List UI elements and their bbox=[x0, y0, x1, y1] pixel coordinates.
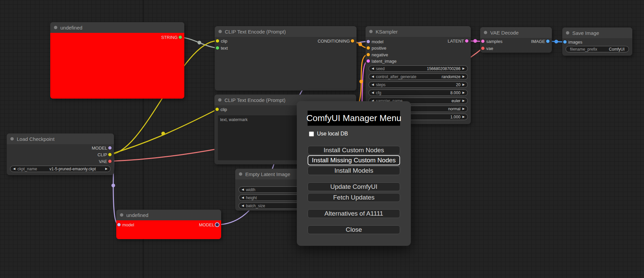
reroute-dot[interactable] bbox=[360, 80, 363, 84]
reroute-dot[interactable] bbox=[359, 43, 362, 46]
reroute-dot[interactable] bbox=[473, 39, 477, 43]
node-header[interactable]: undefined bbox=[50, 22, 184, 33]
node-title: Load Checkpoint bbox=[17, 136, 55, 142]
input-port-images[interactable] bbox=[563, 40, 567, 44]
reroute-dot[interactable] bbox=[162, 132, 165, 135]
install-models-button[interactable]: Install Models bbox=[308, 166, 400, 175]
widget-filename-prefix[interactable]: filename_prefix ComfyUI bbox=[566, 46, 629, 52]
output-port-image[interactable] bbox=[546, 40, 550, 43]
update-comfyui-button[interactable]: Update ComfyUI bbox=[308, 182, 400, 191]
output-port-latent[interactable] bbox=[465, 39, 468, 43]
input-label: text bbox=[221, 46, 228, 51]
output-port-clip[interactable] bbox=[108, 153, 112, 156]
node-header[interactable]: Load Checkpoint bbox=[7, 133, 114, 144]
install-custom-nodes-button[interactable]: Install Custom Nodes bbox=[308, 146, 400, 155]
output-port-string[interactable] bbox=[179, 36, 182, 39]
output-label: CONDITIONING bbox=[318, 39, 350, 44]
decrement-icon[interactable]: ◀ bbox=[242, 204, 244, 207]
increment-icon[interactable]: ▶ bbox=[462, 91, 465, 94]
increment-icon[interactable]: ▶ bbox=[462, 67, 465, 70]
node-save-image[interactable]: Save Image images filename_prefix ComfyU… bbox=[562, 27, 632, 56]
node-load-checkpoint[interactable]: Load Checkpoint MODEL CLIP VAE ◀ ckpt_na… bbox=[7, 133, 114, 175]
node-header[interactable]: VAE Decode bbox=[480, 27, 552, 38]
decrement-icon[interactable]: ◀ bbox=[13, 167, 15, 170]
comfyui-canvas[interactable]: undefined STRING CLIP Text Encode (Promp… bbox=[0, 0, 644, 278]
input-port-positive[interactable] bbox=[367, 46, 370, 50]
input-port-vae[interactable] bbox=[481, 47, 485, 50]
collapse-dot-icon[interactable] bbox=[120, 213, 123, 217]
increment-icon[interactable]: ▶ bbox=[462, 115, 465, 118]
use-local-db-row[interactable]: Use local DB bbox=[309, 131, 348, 137]
node-title: CLIP Text Encode (Prompt) bbox=[225, 29, 286, 35]
output-label: VAE bbox=[99, 159, 107, 164]
input-label: images bbox=[568, 40, 582, 45]
widget-seed[interactable]: ◀ seed 156680208700286 ▶ bbox=[369, 65, 468, 72]
output-port-vae[interactable] bbox=[108, 160, 112, 163]
input-label: latent_image bbox=[372, 59, 396, 64]
node-title: KSampler bbox=[376, 29, 398, 35]
node-undefined-bottom[interactable]: undefined model MODEL bbox=[116, 210, 221, 239]
input-port-text[interactable] bbox=[216, 46, 219, 50]
node-undefined-top[interactable]: undefined STRING bbox=[50, 22, 184, 99]
input-port-negative[interactable] bbox=[367, 53, 370, 56]
increment-icon[interactable]: ▶ bbox=[462, 75, 465, 78]
node-header[interactable]: undefined bbox=[116, 210, 221, 220]
collapse-dot-icon[interactable] bbox=[218, 30, 222, 33]
input-port-clip[interactable] bbox=[215, 108, 219, 111]
install-missing-custom-nodes-button[interactable]: Install Missing Custom Nodes bbox=[308, 155, 400, 165]
increment-icon[interactable]: ▶ bbox=[462, 107, 465, 110]
use-local-db-label: Use local DB bbox=[317, 131, 348, 137]
increment-icon[interactable]: ▶ bbox=[462, 83, 465, 86]
fetch-updates-button[interactable]: Fetch Updates bbox=[308, 193, 400, 202]
collapse-dot-icon[interactable] bbox=[218, 98, 221, 102]
decrement-icon[interactable]: ◀ bbox=[372, 91, 374, 94]
reroute-dot[interactable] bbox=[112, 184, 115, 187]
reroute-dot[interactable] bbox=[198, 41, 201, 45]
input-label: vae bbox=[486, 46, 493, 51]
output-port-model[interactable] bbox=[108, 146, 112, 150]
node-title: Save Image bbox=[572, 30, 599, 36]
close-button[interactable]: Close bbox=[308, 225, 400, 234]
node-vae-decode[interactable]: VAE Decode samples vae IMAGE bbox=[480, 27, 552, 53]
widget-cfg[interactable]: ◀ cfg 8.000 ▶ bbox=[369, 90, 468, 96]
widget-control-after-generate[interactable]: ◀ control_after_generate randomize ▶ bbox=[369, 73, 468, 80]
output-label: MODEL bbox=[199, 222, 214, 227]
output-label: IMAGE bbox=[531, 39, 545, 44]
collapse-dot-icon[interactable] bbox=[369, 30, 373, 33]
alternatives-a1111-button[interactable]: Alternatives of A1111 bbox=[308, 209, 400, 218]
node-title: undefined bbox=[126, 212, 148, 218]
widget-ckpt-name[interactable]: ◀ ckpt_name v1-5-pruned-emaonly.ckpt ▶ bbox=[10, 166, 111, 172]
decrement-icon[interactable]: ◀ bbox=[242, 188, 244, 191]
input-label: negative bbox=[372, 52, 388, 57]
node-header[interactable]: CLIP Text Encode (Prompt) bbox=[215, 26, 357, 37]
node-title: VAE Decode bbox=[490, 30, 519, 36]
reroute-dot[interactable] bbox=[555, 40, 558, 44]
use-local-db-checkbox[interactable] bbox=[309, 131, 314, 136]
decrement-icon[interactable]: ◀ bbox=[372, 75, 374, 78]
increment-icon[interactable]: ▶ bbox=[462, 99, 465, 102]
dialog-title: ComfyUI Manager Menu bbox=[308, 111, 400, 126]
output-port-model[interactable] bbox=[215, 223, 219, 226]
decrement-icon[interactable]: ◀ bbox=[242, 196, 244, 199]
collapse-dot-icon[interactable] bbox=[10, 137, 14, 141]
node-header[interactable]: KSampler bbox=[366, 26, 471, 37]
input-port-latent-image[interactable] bbox=[367, 59, 370, 63]
widget-steps[interactable]: ◀ steps 20 ▶ bbox=[369, 81, 468, 88]
input-label: positive bbox=[372, 46, 386, 51]
output-port-conditioning[interactable] bbox=[351, 39, 354, 43]
node-header[interactable]: Save Image bbox=[562, 27, 632, 38]
node-title: CLIP Text Encode (Prompt) bbox=[224, 97, 285, 103]
decrement-icon[interactable]: ◀ bbox=[372, 83, 374, 86]
node-clip-text-encode-top[interactable]: CLIP Text Encode (Prompt) clip text COND… bbox=[215, 26, 357, 91]
collapse-dot-icon[interactable] bbox=[54, 26, 57, 29]
node-title: Empty Latent Image bbox=[245, 171, 290, 177]
node-error-body bbox=[50, 33, 184, 99]
increment-icon[interactable]: ▶ bbox=[105, 167, 108, 170]
collapse-dot-icon[interactable] bbox=[484, 31, 487, 34]
output-label: STRING bbox=[161, 35, 178, 40]
decrement-icon[interactable]: ◀ bbox=[372, 67, 374, 70]
input-label: clip bbox=[220, 107, 227, 112]
collapse-dot-icon[interactable] bbox=[566, 31, 569, 35]
output-label: MODEL bbox=[92, 146, 107, 151]
collapse-dot-icon[interactable] bbox=[239, 172, 242, 176]
